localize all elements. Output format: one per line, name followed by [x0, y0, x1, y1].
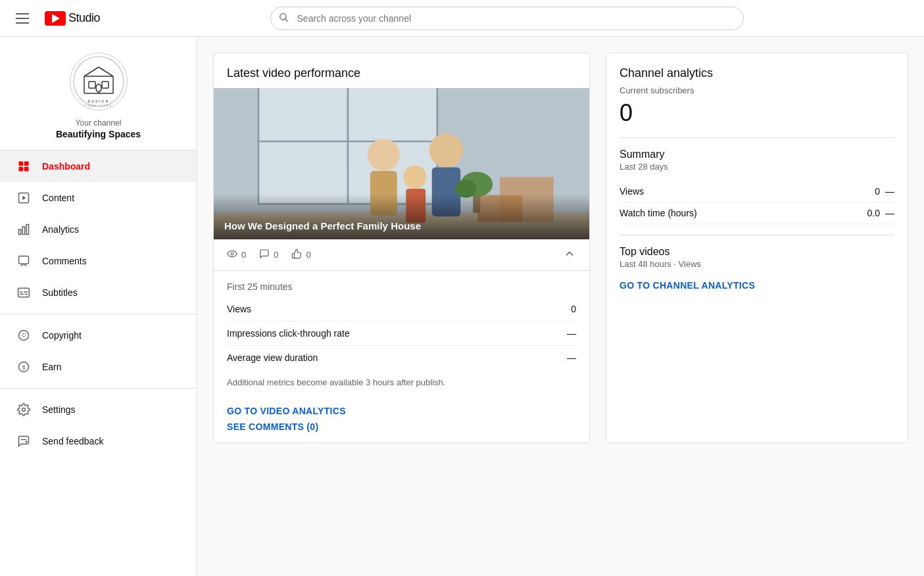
latest-video-card: Latest video performance: [213, 53, 590, 443]
go-to-video-analytics-link[interactable]: GO TO VIDEO ANALYTICS: [227, 406, 576, 416]
metrics-list: Views 0 Impressions click-through rate —…: [214, 297, 589, 370]
dashboard-icon: [16, 158, 32, 174]
summary-title: Summary: [620, 149, 894, 160]
first-minutes-label: First 25 minutes: [214, 271, 589, 297]
svg-rect-20: [26, 225, 28, 235]
svg-marker-17: [22, 196, 26, 201]
main-layout: DESIGN FURNITURE Your channel Beautifyin…: [0, 37, 924, 576]
card-links: GO TO VIDEO ANALYTICS SEE COMMENTS (0): [214, 395, 589, 443]
send-feedback-icon: [16, 433, 32, 449]
metric-views-value: 0: [571, 304, 576, 314]
earn-label: Earn: [42, 362, 62, 372]
sidebar-item-settings[interactable]: Settings: [0, 394, 197, 425]
avatar: DESIGN FURNITURE: [70, 53, 128, 110]
summary-watchtime-label: Watch time (hours): [620, 208, 697, 218]
channel-info: DESIGN FURNITURE Your channel Beautifyin…: [0, 37, 197, 151]
send-feedback-label: Send feedback: [42, 436, 103, 446]
metric-avg-duration-label: Average view duration: [227, 352, 318, 363]
sidebar-item-earn[interactable]: $ Earn: [0, 351, 197, 383]
sidebar-item-comments[interactable]: Comments: [0, 245, 197, 277]
summary-watchtime-value: 0.0 —: [867, 208, 894, 218]
comments-icon: [16, 253, 32, 269]
comments-stat: 0: [259, 249, 278, 261]
comment-icon: [259, 249, 270, 261]
comments-value: 0: [274, 250, 278, 260]
summary-watchtime-row: Watch time (hours) 0.0 —: [620, 203, 894, 224]
channel-analytics-card: Channel analytics Current subscribers 0 …: [606, 53, 908, 443]
content-icon: [16, 190, 32, 206]
views-value: 0: [241, 250, 246, 260]
divider-1: [620, 137, 894, 138]
sidebar-item-dashboard[interactable]: Dashboard: [0, 151, 197, 182]
search-input[interactable]: [270, 7, 744, 30]
channel-label: Your channel: [76, 118, 122, 128]
svg-point-31: [22, 408, 26, 412]
sidebar-nav: Dashboard Content Analytics Comments: [0, 151, 197, 457]
svg-rect-19: [22, 227, 24, 235]
metric-views: Views 0: [227, 297, 576, 322]
settings-label: Settings: [42, 404, 76, 415]
svg-point-41: [368, 139, 400, 171]
svg-text:©: ©: [22, 332, 26, 339]
dashboard-label: Dashboard: [42, 161, 90, 172]
menu-button[interactable]: [11, 8, 34, 29]
top-videos-title: Top videos: [620, 246, 894, 258]
settings-icon: [16, 402, 32, 418]
analytics-icon: [16, 222, 32, 237]
current-subscribers-label: Current subscribers: [620, 85, 894, 95]
collapse-button[interactable]: [563, 247, 576, 262]
metric-impressions-label: Impressions click-through rate: [227, 328, 350, 339]
current-subscribers-value: 0: [620, 99, 894, 127]
analytics-label: Analytics: [42, 224, 79, 235]
content-label: Content: [42, 193, 74, 203]
earn-icon: $: [16, 359, 32, 375]
svg-point-43: [429, 133, 464, 168]
views-stat: 0: [227, 249, 246, 261]
sidebar-item-subtitles[interactable]: Subtitles: [0, 277, 197, 308]
sidebar-item-copyright[interactable]: © Copyright: [0, 320, 197, 351]
svg-text:FURNITURE: FURNITURE: [84, 105, 112, 107]
subtitles-icon: [16, 285, 32, 300]
views-icon: [227, 249, 237, 261]
sidebar-item-analytics[interactable]: Analytics: [0, 214, 197, 245]
svg-text:$: $: [22, 364, 25, 371]
channel-name: Beautifying Spaces: [56, 129, 141, 139]
svg-point-45: [403, 166, 426, 189]
metric-impressions-value: —: [567, 328, 576, 339]
sidebar-item-content[interactable]: Content: [0, 182, 197, 214]
svg-rect-14: [19, 167, 24, 172]
sidebar-item-send-feedback[interactable]: Send feedback: [0, 425, 197, 457]
additional-note: Additional metrics become available 3 ho…: [214, 370, 589, 395]
svg-rect-21: [19, 256, 29, 264]
youtube-logo-icon: [45, 11, 66, 26]
metric-avg-duration: Average view duration —: [227, 346, 576, 370]
logo: Studio: [45, 11, 100, 26]
sidebar: DESIGN FURNITURE Your channel Beautifyin…: [0, 37, 197, 576]
copyright-icon: ©: [16, 327, 32, 343]
video-title-overlay: How We Designed a Perfect Family House: [214, 194, 589, 239]
header: Studio: [0, 0, 924, 37]
svg-rect-12: [19, 162, 24, 166]
svg-rect-18: [19, 229, 21, 235]
content-grid: Latest video performance: [213, 53, 908, 443]
svg-rect-22: [18, 288, 30, 297]
latest-video-title: Latest video performance: [214, 53, 589, 88]
likes-stat: 0: [291, 249, 310, 261]
go-to-channel-analytics-link[interactable]: GO TO CHANNEL ANALYTICS: [620, 280, 755, 291]
comments-label: Comments: [42, 256, 87, 266]
video-stats-row: 0 0 0: [214, 239, 589, 271]
summary-period: Last 28 days: [620, 162, 894, 172]
see-comments-link[interactable]: SEE COMMENTS (0): [227, 421, 576, 432]
search-bar: [270, 7, 744, 30]
metric-avg-duration-value: —: [567, 352, 576, 363]
svg-point-0: [280, 13, 285, 19]
channel-analytics-title: Channel analytics: [620, 66, 894, 80]
summary-views-row: Views 0 —: [620, 181, 894, 203]
nav-divider-1: [0, 314, 197, 314]
subtitles-label: Subtitles: [42, 287, 78, 298]
metric-impressions: Impressions click-through rate —: [227, 322, 576, 346]
channel-logo-icon: DESIGN FURNITURE: [72, 55, 125, 108]
summary-views-label: Views: [620, 186, 644, 197]
svg-point-52: [231, 252, 233, 255]
video-thumbnail[interactable]: How We Designed a Perfect Family House: [214, 88, 589, 239]
